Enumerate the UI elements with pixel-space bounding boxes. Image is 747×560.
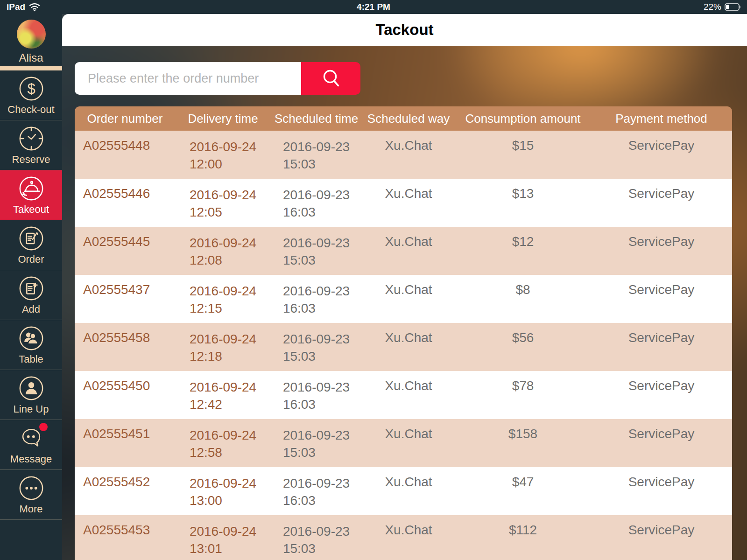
- order-number-cell: A02555448: [75, 131, 175, 179]
- delivery-time-cell: 2016-09-2412:05: [175, 179, 271, 227]
- notification-badge: [39, 423, 48, 431]
- column-header-scheduled-way: Scheduled way: [362, 112, 455, 126]
- table-row[interactable]: A02555445 2016-09-2412:08 2016-09-2315:0…: [75, 227, 732, 275]
- order-number-cell: A02555446: [75, 179, 175, 227]
- document-edit-icon: [18, 225, 45, 252]
- user-profile[interactable]: Alisa: [0, 14, 62, 66]
- consumption-amount-cell: $112: [455, 515, 591, 560]
- sidebar-item-label: Reserve: [12, 154, 50, 166]
- sidebar-item-label: More: [19, 503, 42, 515]
- sidebar-divider-bar: [0, 66, 62, 70]
- search-input[interactable]: [75, 62, 301, 95]
- order-number-cell: A02555458: [75, 323, 175, 371]
- page-title: Tackout: [375, 21, 433, 39]
- svg-text:$: $: [27, 80, 35, 97]
- column-header-consumption-amount: Consumption amount: [455, 112, 591, 126]
- sidebar-item-order[interactable]: Order: [0, 220, 62, 270]
- table-row[interactable]: A02555437 2016-09-2412:15 2016-09-2316:0…: [75, 275, 732, 323]
- sidebar-item-line-up[interactable]: Line Up: [0, 370, 62, 420]
- sidebar-item-label: Add: [22, 303, 40, 315]
- sidebar-item-label: Takeout: [13, 203, 49, 216]
- payment-method-cell: ServicePay: [591, 323, 732, 371]
- payment-method-cell: ServicePay: [591, 419, 732, 467]
- clock-icon: [18, 125, 45, 152]
- scheduled-way-cell: Xu.Chat: [362, 131, 455, 179]
- scheduled-time-cell: 2016-09-2315:03: [271, 131, 362, 179]
- scheduled-time-cell: 2016-09-2315:03: [271, 227, 362, 275]
- battery-icon: [725, 3, 741, 11]
- sidebar-item-label: Table: [19, 353, 43, 365]
- table-row[interactable]: A02555450 2016-09-2412:42 2016-09-2316:0…: [75, 371, 732, 419]
- sidebar-item-more[interactable]: More: [0, 470, 62, 520]
- delivery-time-cell: 2016-09-2412:42: [175, 371, 271, 419]
- order-number-cell: A02555450: [75, 371, 175, 419]
- table-row[interactable]: A02555446 2016-09-2412:05 2016-09-2316:0…: [75, 179, 732, 227]
- consumption-amount-cell: $8: [455, 275, 591, 323]
- table-row[interactable]: A02555458 2016-09-2412:18 2016-09-2315:0…: [75, 323, 732, 371]
- consumption-amount-cell: $47: [455, 467, 591, 515]
- table-row[interactable]: A02555453 2016-09-2413:01 2016-09-2315:0…: [75, 515, 732, 560]
- consumption-amount-cell: $158: [455, 419, 591, 467]
- column-header-delivery-time: Delivery time: [175, 112, 271, 126]
- serving-dish-icon: [18, 175, 45, 202]
- payment-method-cell: ServicePay: [591, 275, 732, 323]
- column-header-order-number: Order number: [75, 112, 175, 126]
- consumption-amount-cell: $56: [455, 323, 591, 371]
- clock-time: 4:21 PM: [0, 2, 747, 12]
- column-header-scheduled-time: Scheduled time: [271, 112, 362, 126]
- order-number-cell: A02555437: [75, 275, 175, 323]
- scheduled-way-cell: Xu.Chat: [362, 371, 455, 419]
- sidebar-item-message[interactable]: Message: [0, 420, 62, 470]
- delivery-time-cell: 2016-09-2412:58: [175, 419, 271, 467]
- scheduled-time-cell: 2016-09-2315:03: [271, 323, 362, 371]
- order-number-cell: A02555452: [75, 467, 175, 515]
- table-row[interactable]: A02555451 2016-09-2412:58 2016-09-2315:0…: [75, 419, 732, 467]
- avatar[interactable]: [17, 20, 46, 49]
- delivery-time-cell: 2016-09-2412:00: [175, 131, 271, 179]
- sidebar-item-label: Line Up: [14, 403, 49, 415]
- sidebar-item-reserve[interactable]: Reserve: [0, 120, 62, 170]
- orders-table: Order number Delivery time Scheduled tim…: [75, 106, 732, 560]
- payment-method-cell: ServicePay: [591, 227, 732, 275]
- sidebar-item-label: Check-out: [7, 104, 54, 116]
- person-icon: [18, 375, 45, 402]
- search-bar: [75, 62, 360, 95]
- consumption-amount-cell: $13: [455, 179, 591, 227]
- search-button[interactable]: [301, 62, 360, 95]
- table-row[interactable]: A02555452 2016-09-2413:00 2016-09-2316:0…: [75, 467, 732, 515]
- status-bar: iPad 4:21 PM 22%: [0, 0, 747, 14]
- scheduled-way-cell: Xu.Chat: [362, 179, 455, 227]
- document-add-icon: [18, 275, 45, 302]
- sidebar-item-label: Order: [18, 253, 44, 266]
- sidebar-item-takeout[interactable]: Takeout: [0, 170, 62, 220]
- table-row[interactable]: A02555448 2016-09-2412:00 2016-09-2315:0…: [75, 131, 732, 179]
- sidebar-item-check-out[interactable]: $ Check-out: [0, 70, 62, 120]
- sidebar-item-label: Message: [10, 453, 52, 465]
- delivery-time-cell: 2016-09-2413:00: [175, 467, 271, 515]
- scheduled-way-cell: Xu.Chat: [362, 515, 455, 560]
- people-icon: [18, 325, 45, 352]
- scheduled-time-cell: 2016-09-2316:03: [271, 179, 362, 227]
- order-number-cell: A02555453: [75, 515, 175, 560]
- app-header: Tackout: [62, 14, 747, 46]
- order-number-cell: A02555445: [75, 227, 175, 275]
- payment-method-cell: ServicePay: [591, 131, 732, 179]
- sidebar-item-add[interactable]: Add: [0, 270, 62, 320]
- user-name: Alisa: [19, 51, 43, 64]
- scheduled-time-cell: 2016-09-2315:03: [271, 515, 362, 560]
- delivery-time-cell: 2016-09-2412:15: [175, 275, 271, 323]
- scheduled-time-cell: 2016-09-2316:03: [271, 275, 362, 323]
- column-header-payment-method: Payment method: [591, 112, 732, 126]
- consumption-amount-cell: $12: [455, 227, 591, 275]
- delivery-time-cell: 2016-09-2412:18: [175, 323, 271, 371]
- consumption-amount-cell: $78: [455, 371, 591, 419]
- sidebar-item-table[interactable]: Table: [0, 320, 62, 370]
- scheduled-way-cell: Xu.Chat: [362, 467, 455, 515]
- payment-method-cell: ServicePay: [591, 515, 732, 560]
- payment-method-cell: ServicePay: [591, 371, 732, 419]
- scheduled-way-cell: Xu.Chat: [362, 227, 455, 275]
- sidebar: Alisa $ Check-out Reserve Takeout Order …: [0, 14, 62, 560]
- search-icon: [318, 65, 344, 91]
- wifi-icon: [29, 2, 40, 12]
- consumption-amount-cell: $15: [455, 131, 591, 179]
